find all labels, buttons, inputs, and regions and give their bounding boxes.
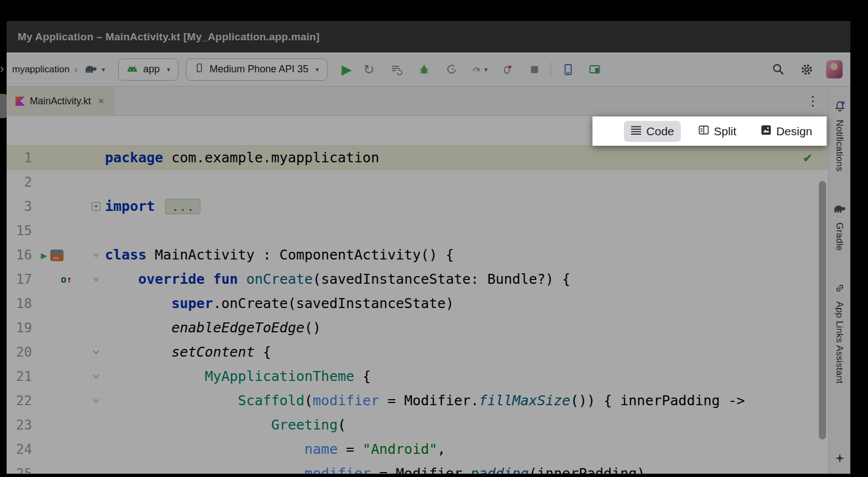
code-line: 25 modifier = Modifier.padding(innerPadd… — [7, 462, 828, 474]
inspections-check-icon: ✔ — [803, 151, 813, 166]
debug-bug-icon[interactable] — [416, 61, 432, 78]
code-mode-button[interactable]: Code — [624, 121, 681, 142]
gutter-icons — [34, 340, 87, 364]
tab-close-icon[interactable]: × — [98, 95, 104, 107]
ai-sparkle-icon[interactable] — [834, 453, 845, 466]
gutter-icons — [34, 413, 87, 437]
line-number: 23 — [7, 413, 34, 437]
compose-preview-gutter-icon[interactable] — [50, 250, 63, 261]
profiler-icon[interactable] — [443, 61, 460, 78]
fold-marker[interactable] — [93, 348, 99, 354]
notifications-bell-icon[interactable] — [833, 100, 846, 115]
code-text — [105, 170, 828, 194]
override-method-gutter-icon[interactable] — [61, 267, 72, 292]
code-line: 2 — [7, 170, 828, 194]
code-line: 22 Scaffold(modifier = Modifier.fillMaxS… — [7, 389, 828, 413]
app-links-icon[interactable] — [833, 282, 846, 297]
design-icon — [761, 125, 771, 138]
fold-marker[interactable] — [93, 396, 99, 402]
tab-bar: MainActivity.kt × ⋮ — [7, 87, 828, 116]
fold-column — [87, 292, 105, 316]
code-text: override fun onCreate(savedInstanceState… — [105, 267, 828, 292]
right-tool-stripe: Notifications Gradle App Links Assistant — [828, 87, 850, 474]
fold-column — [87, 389, 105, 413]
code-text — [105, 219, 828, 243]
line-number: 19 — [7, 316, 34, 340]
tab-options-kebab-icon[interactable]: ⋮ — [806, 93, 819, 109]
attach-debugger-icon[interactable] — [499, 61, 515, 78]
running-devices-icon[interactable] — [586, 61, 603, 78]
user-avatar[interactable] — [826, 60, 843, 78]
fold-column — [87, 437, 105, 462]
fold-marker[interactable]: + — [92, 202, 100, 211]
device-selector[interactable]: Medium Phone API 35 ▾ — [186, 59, 327, 81]
device-name: Medium Phone API 35 — [209, 63, 308, 75]
gradle-elephant-icon[interactable] — [833, 203, 846, 218]
apply-changes-icon[interactable]: ↻ — [361, 61, 377, 78]
editor-scrollbar[interactable] — [819, 181, 826, 439]
code-line: 15 — [7, 219, 828, 243]
code-text: setContent { — [105, 340, 828, 364]
code-text: MyApplicationTheme { — [105, 364, 828, 389]
fold-column — [87, 243, 105, 267]
gutter-icons — [34, 364, 87, 389]
code-icon — [631, 125, 642, 138]
title-bar[interactable]: My Application – MainActivity.kt [My_App… — [7, 21, 850, 52]
sync-gradle-button[interactable]: ▾ — [83, 61, 105, 78]
breadcrumb-chevron-icon: › — [74, 63, 77, 76]
fold-column — [87, 267, 105, 292]
search-icon[interactable] — [770, 61, 786, 78]
dropdown-caret-icon: ▾ — [316, 66, 319, 73]
gutter-icons — [34, 389, 87, 413]
line-number: 21 — [7, 364, 34, 389]
code-line: 16class MainActivity : ComponentActivity… — [7, 243, 828, 267]
stop-icon[interactable] — [526, 61, 543, 78]
stripe-label-app-links[interactable]: App Links Assistant — [834, 301, 845, 384]
settings-gear-icon[interactable] — [798, 61, 815, 78]
stripe-label-gradle[interactable]: Gradle — [834, 222, 845, 251]
fold-column: + — [87, 194, 105, 219]
run-icon: ▶ — [342, 62, 352, 77]
fold-column — [87, 340, 105, 364]
fold-marker[interactable] — [93, 372, 99, 378]
module-selector[interactable]: app ▾ — [118, 59, 178, 81]
code-text: Scaffold(modifier = Modifier.fillMaxSize… — [105, 389, 828, 413]
module-name: app — [143, 63, 160, 75]
code-text: package com.example.myapplication — [105, 146, 828, 170]
split-mode-button[interactable]: Split — [692, 121, 743, 142]
code-lines: 1package com.example.myapplication23+imp… — [7, 146, 828, 474]
dropdown-caret-icon: ▾ — [102, 66, 105, 73]
stripe-label-notifications[interactable]: Notifications — [834, 120, 845, 172]
gutter-icons — [34, 462, 87, 474]
main-toolbar: myapplication › ▾ app ▾ Medium Phone — [7, 52, 850, 87]
run-gutter-icon[interactable] — [41, 243, 47, 267]
line-number: 15 — [7, 219, 34, 243]
folded-imports-chip[interactable]: ... — [165, 199, 200, 214]
left-stripe-notch[interactable] — [0, 94, 7, 118]
fold-marker[interactable] — [93, 275, 99, 281]
build-refresh-icon[interactable] — [388, 61, 405, 78]
toolbar-separator — [551, 62, 551, 77]
code-line: 20 setContent { — [7, 340, 828, 364]
gauge-profiler-icon[interactable]: ▾ — [471, 61, 488, 78]
breadcrumb[interactable]: myapplication — [12, 64, 70, 75]
device-manager-icon[interactable] — [560, 61, 576, 78]
code-text: import ... — [105, 194, 828, 219]
code-line: 3+import ... — [7, 194, 828, 219]
fold-marker[interactable] — [93, 251, 99, 257]
gradle-sync-icon — [83, 61, 99, 78]
dropdown-caret-icon: ▾ — [167, 66, 170, 73]
code-text: name = "Android", — [105, 437, 828, 462]
design-mode-button[interactable]: Design — [754, 121, 819, 142]
tab-mainactivity[interactable]: MainActivity.kt × — [7, 87, 114, 116]
kotlin-file-icon — [15, 97, 25, 106]
fold-column — [87, 316, 105, 340]
run-button[interactable]: ▶ — [342, 62, 352, 77]
fold-column — [87, 364, 105, 389]
toolbar-icon-group: ↻ ▾ — [361, 61, 543, 78]
code-text: modifier = Modifier.padding(innerPadding… — [105, 462, 828, 474]
gutter-icons — [34, 267, 87, 292]
dropdown-caret-icon: ▾ — [484, 66, 488, 73]
fold-column — [87, 170, 105, 194]
line-number: 20 — [7, 340, 34, 364]
